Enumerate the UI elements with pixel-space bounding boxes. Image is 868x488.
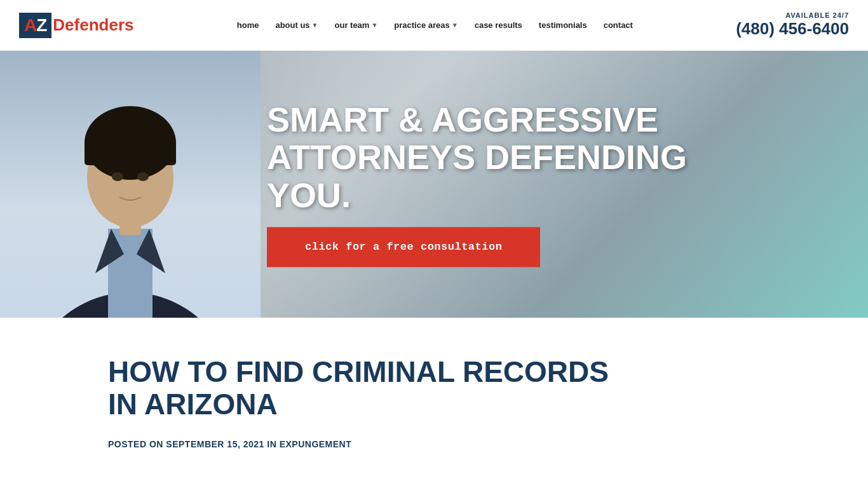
person-svg <box>0 51 261 318</box>
logo-z-letter: Z <box>36 15 46 35</box>
nav-home[interactable]: home <box>231 15 266 35</box>
hero-headline-line2: ATTORNEYS DEFENDING YOU. <box>267 139 724 215</box>
logo-a-letter: A <box>24 15 36 35</box>
practice-areas-dropdown-arrow: ▼ <box>452 22 458 29</box>
phone-number[interactable]: (480) 456-6400 <box>736 19 849 39</box>
hero-content: SMART & AGGRESSIVE ATTORNEYS DEFENDING Y… <box>267 101 724 267</box>
our-team-dropdown-arrow: ▼ <box>371 22 377 29</box>
nav-contact[interactable]: contact <box>597 15 639 35</box>
article-meta: POSTED ON SEPTEMBER 15, 2021 IN EXPUNGEM… <box>108 439 760 449</box>
header-phone-block: AVAILABLE 24/7 (480) 456-6400 <box>736 11 849 39</box>
content-area: HOW TO FIND CRIMINAL RECORDS IN ARIZONA … <box>0 318 868 475</box>
article-title-line1: HOW TO FIND CRIMINAL RECORDS <box>108 355 609 388</box>
hero-headline-line1: SMART & AGGRESSIVE <box>267 101 724 139</box>
article-title-line2: IN ARIZONA <box>108 388 278 421</box>
site-header: AZ Defenders home about us ▼ our team ▼ … <box>0 0 868 51</box>
available-text: AVAILABLE 24/7 <box>736 11 849 19</box>
nav-our-team[interactable]: our team ▼ <box>329 15 384 35</box>
article-meta-category[interactable]: EXPUNGEMENT <box>280 439 352 449</box>
nav-testimonials[interactable]: testimonials <box>532 15 593 35</box>
main-nav: home about us ▼ our team ▼ practice area… <box>231 15 639 35</box>
logo-link[interactable]: AZ Defenders <box>19 13 134 38</box>
article-title: HOW TO FIND CRIMINAL RECORDS IN ARIZONA <box>108 356 680 420</box>
nav-practice-areas[interactable]: practice areas ▼ <box>388 15 464 35</box>
nav-about-us[interactable]: about us ▼ <box>269 15 324 35</box>
svg-rect-6 <box>85 140 176 165</box>
hero-cta-button[interactable]: click for a free consultation <box>267 227 540 268</box>
hero-headline: SMART & AGGRESSIVE ATTORNEYS DEFENDING Y… <box>267 101 724 214</box>
svg-point-7 <box>112 172 123 181</box>
article-meta-prefix: POSTED ON SEPTEMBER 15, 2021 IN <box>108 439 276 449</box>
svg-point-8 <box>137 172 149 181</box>
hero-banner: SMART & AGGRESSIVE ATTORNEYS DEFENDING Y… <box>0 51 868 318</box>
logo-defenders-text: Defenders <box>53 15 133 35</box>
logo-az-box: AZ <box>19 13 51 38</box>
nav-case-results[interactable]: case results <box>468 15 529 35</box>
about-us-dropdown-arrow: ▼ <box>312 22 318 29</box>
hero-person-image <box>0 51 261 318</box>
